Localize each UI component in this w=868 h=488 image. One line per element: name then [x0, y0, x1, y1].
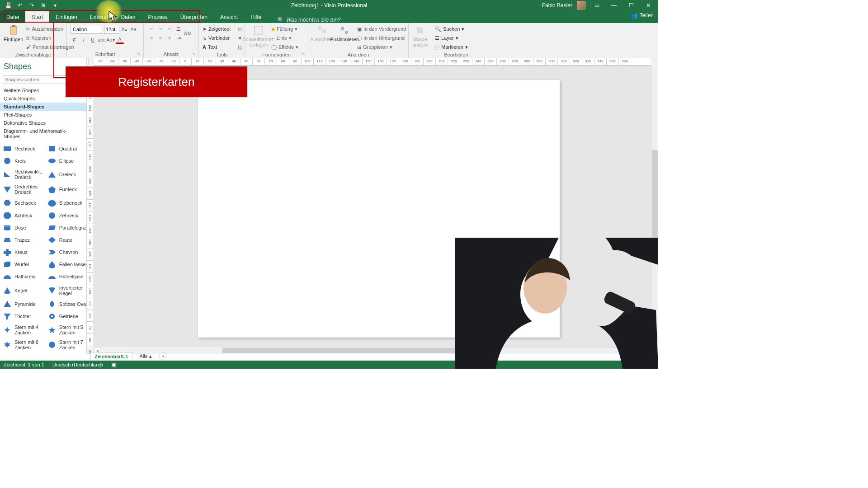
user-name[interactable]: Fabio Basler [542, 2, 572, 9]
align-tl-icon[interactable]: ≡ [147, 25, 156, 33]
tab-datei[interactable]: Datei [0, 11, 25, 23]
shape-item[interactable]: Achteck [1, 209, 46, 221]
shrink-font-icon[interactable]: A▾ [129, 25, 137, 33]
fit-page-icon[interactable]: ⊡ [641, 362, 645, 368]
align-tc-icon[interactable]: ≡ [156, 25, 165, 33]
dialog-launcher-icon[interactable]: ⤡ [302, 52, 307, 57]
page-tab-all[interactable]: Alle ▴ [136, 352, 156, 360]
tab-hilfe[interactable]: Hilfe [244, 11, 268, 23]
share-button[interactable]: 👥 Teilen [631, 12, 654, 19]
case-button[interactable]: Aa▾ [107, 36, 115, 44]
select-button[interactable]: ⬚Markieren▾ [435, 43, 468, 51]
tab-einfügen[interactable]: Einfügen [49, 11, 83, 23]
stencil-item[interactable]: Standard-Shapes [0, 103, 86, 111]
shape-item[interactable]: Rechteck [1, 142, 46, 155]
font-size-select[interactable]: 12pt. [104, 25, 119, 34]
save-icon[interactable]: 💾 [5, 2, 12, 9]
shape-item[interactable]: Chevron [46, 246, 86, 258]
status-zoom[interactable]: 95 % [625, 362, 637, 367]
horizontal-scrollbar[interactable] [222, 347, 646, 354]
shape-item[interactable]: Halbkreis [1, 271, 46, 283]
shape-item[interactable]: Zehneck [46, 209, 86, 221]
ribbon-display-icon[interactable]: ▭ [590, 1, 603, 10]
bring-front-button[interactable]: ▣In den Vordergrund [357, 25, 406, 33]
shape-item[interactable]: Invertierter Kegel [46, 283, 86, 298]
align-br-icon[interactable]: ≡ [165, 34, 174, 42]
shape-item[interactable]: Sechseck [1, 197, 46, 209]
avatar[interactable] [577, 1, 586, 10]
group-button[interactable]: ⊞Gruppieren▾ [357, 43, 406, 51]
qat-more-icon[interactable]: ▾ [52, 2, 59, 9]
shape-item[interactable]: Dose [1, 221, 46, 234]
add-page-button[interactable]: + [159, 352, 167, 360]
send-back-button[interactable]: ▢In den Hintergrund [357, 34, 406, 42]
status-language[interactable]: Deutsch (Deutschland) [52, 362, 103, 367]
line-button[interactable]: ─Linie▾ [271, 34, 298, 42]
tab-daten[interactable]: Daten [114, 11, 142, 23]
shape-item[interactable]: Raute [46, 234, 86, 246]
scroll-thumb[interactable] [652, 150, 658, 263]
tab-überprüfen[interactable]: Überprüfen [174, 11, 214, 23]
drawing-page[interactable] [198, 80, 560, 338]
layer-button[interactable]: ☰Layer▾ [435, 34, 468, 42]
align-bl-icon[interactable]: ≡ [147, 34, 156, 42]
fullscreen-icon[interactable]: ⛶ [650, 362, 655, 367]
shape-item[interactable]: Pyramide [1, 298, 46, 310]
shape-item[interactable]: Stern mit 6 Zacken [1, 338, 46, 352]
shape-item[interactable]: Dreieck [46, 167, 86, 182]
quick-styles-button[interactable]: Schnellformat- vorlagen [249, 25, 269, 47]
dialog-launcher-icon[interactable]: ⤡ [137, 52, 142, 57]
indent-icon[interactable]: ⇥ [175, 34, 183, 42]
new-doc-icon[interactable]: 🗎 [40, 2, 47, 9]
shape-item[interactable]: Trichter [1, 310, 46, 322]
scroll-thumb[interactable] [223, 348, 456, 353]
panel-collapse-handle[interactable]: ‹ [87, 58, 89, 66]
minimize-icon[interactable]: — [608, 1, 620, 10]
macro-record-icon[interactable]: ▣ [111, 362, 116, 368]
find-button[interactable]: 🔍Suchen▾ [435, 25, 468, 33]
vertical-scrollbar[interactable] [651, 66, 658, 347]
shape-item[interactable]: Gedrehtes Dreieck [1, 182, 46, 197]
shape-item[interactable]: Rechtwinkli... Dreieck [1, 167, 46, 182]
rotate-text-icon[interactable]: A↻ [184, 29, 192, 38]
shape-item[interactable]: Stern mit 4 Zacken [1, 323, 46, 338]
tab-start[interactable]: Start [25, 11, 49, 23]
shape-item[interactable]: Spitzes Oval [46, 298, 86, 310]
connector-tool[interactable]: ↘Verbinder [203, 34, 231, 42]
tab-ansicht[interactable]: Ansicht [214, 11, 244, 23]
align-button[interactable]: Ausrichten [312, 25, 332, 42]
page-tab-active[interactable]: Zeichenblatt-1 [90, 352, 132, 360]
maximize-icon[interactable]: ☐ [625, 1, 637, 10]
shape-item[interactable]: Kreis [1, 155, 46, 167]
canvas-background[interactable] [94, 66, 651, 347]
italic-button[interactable]: I [80, 36, 88, 44]
underline-button[interactable]: U [89, 36, 97, 44]
dialog-launcher-icon[interactable]: ⤡ [192, 52, 198, 57]
shape-item[interactable]: Quadrat [46, 142, 86, 155]
shape-item[interactable]: Fünfeck [46, 182, 86, 197]
strike-button[interactable]: abc [98, 36, 106, 44]
redo-icon[interactable]: ↷ [28, 2, 35, 9]
effects-button[interactable]: ◯Effekte▾ [271, 43, 298, 51]
text-tool[interactable]: AText [203, 43, 231, 51]
undo-icon[interactable]: ↶ [16, 2, 24, 9]
shape-item[interactable]: Parallelogra... [46, 221, 86, 234]
paste-button[interactable]: Einfügen [4, 25, 23, 42]
tell-me-search[interactable]: 🔍 Was möchten Sie tun? [277, 17, 341, 23]
rect-tool-icon[interactable]: ▭ [236, 25, 244, 33]
shape-item[interactable]: Getriebe [46, 310, 86, 322]
stencil-item[interactable]: Diagramm- und Mathematik-Shapes [0, 127, 86, 141]
align-tr-icon[interactable]: ≡ [165, 25, 174, 33]
shape-item[interactable]: Stern mit 7 Zacken [46, 338, 86, 352]
position-button[interactable]: Positionieren [335, 25, 354, 42]
shape-item[interactable]: Ellipse [46, 155, 86, 167]
tab-prozess[interactable]: Prozess [142, 11, 174, 23]
shape-item[interactable]: Würfel [1, 258, 46, 271]
font-name-select[interactable]: Calibri [71, 25, 103, 34]
change-shape-button[interactable]: Shape ändern [412, 25, 428, 47]
fill-button[interactable]: ◆Füllung▾ [271, 25, 298, 33]
shape-item[interactable]: Kreuz [1, 246, 46, 258]
shape-item[interactable]: Siebeneck [46, 197, 86, 209]
stencil-item[interactable]: Dekorative Shapes [0, 119, 86, 127]
font-color-button[interactable]: A [116, 36, 124, 44]
